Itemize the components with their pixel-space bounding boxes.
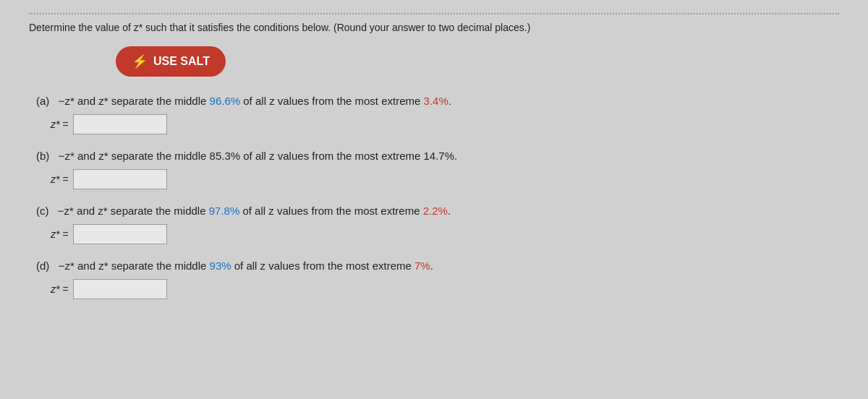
- answer-row-c: z* =: [51, 224, 839, 244]
- highlight-middle-a: 96.6%: [210, 95, 241, 107]
- use-salt-button[interactable]: ⚡ USE SALT: [116, 46, 226, 77]
- answer-row-b: z* =: [51, 169, 839, 189]
- highlight-extreme-a: 3.4%: [424, 95, 448, 107]
- part-letter-b: (b): [36, 150, 49, 162]
- highlight-extreme-d: 7%: [414, 259, 430, 272]
- answer-input-a[interactable]: [73, 114, 167, 134]
- answer-label-d: z* =: [51, 283, 69, 295]
- part-letter-a: (a): [36, 95, 49, 107]
- question-label-b: (b) −z* and z* separate the middle 85.3%…: [36, 147, 839, 165]
- bolt-icon: ⚡: [132, 53, 148, 69]
- question-block-b: (b) −z* and z* separate the middle 85.3%…: [36, 147, 839, 189]
- question-block-d: (d) −z* and z* separate the middle 93% o…: [36, 257, 839, 299]
- question-block-c: (c) −z* and z* separate the middle 97.8%…: [36, 202, 839, 244]
- instruction-text: Determine the value of z* such that it s…: [29, 13, 839, 33]
- page-container: Determine the value of z* such that it s…: [0, 0, 868, 399]
- question-block-a: (a) −z* and z* separate the middle 96.6%…: [36, 93, 839, 134]
- answer-row-d: z* =: [51, 279, 839, 299]
- use-salt-label: USE SALT: [153, 55, 210, 68]
- answer-row-a: z* =: [51, 114, 839, 134]
- question-label-c: (c) −z* and z* separate the middle 97.8%…: [36, 202, 839, 220]
- highlight-middle-d: 93%: [210, 259, 231, 272]
- answer-label-b: z* =: [51, 173, 69, 185]
- part-letter-d: (d): [36, 259, 49, 272]
- answer-input-b[interactable]: [73, 169, 167, 189]
- highlight-extreme-c: 2.2%: [423, 205, 448, 217]
- question-label-d: (d) −z* and z* separate the middle 93% o…: [36, 257, 839, 275]
- question-label-a: (a) −z* and z* separate the middle 96.6%…: [36, 93, 839, 110]
- part-letter-c: (c): [36, 205, 49, 217]
- answer-label-a: z* =: [51, 119, 69, 130]
- answer-input-d[interactable]: [73, 279, 167, 299]
- answer-input-c[interactable]: [73, 224, 167, 244]
- highlight-middle-c: 97.8%: [209, 205, 240, 217]
- answer-label-c: z* =: [51, 228, 69, 240]
